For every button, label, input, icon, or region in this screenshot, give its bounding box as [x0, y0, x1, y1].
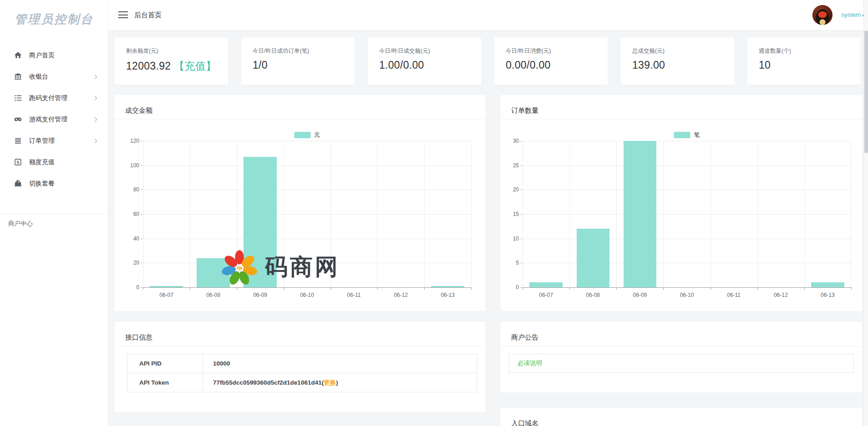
chart-legend[interactable]: 元 — [294, 131, 320, 139]
stat-label: 今日/昨日成交额(元) — [379, 47, 481, 55]
sidebar-item-label: 商户首页 — [29, 51, 55, 60]
sidebar: 管理员控制台 商户首页收银台跑码支付管理游戏支付管理订单管理$额度充值切换套餐 … — [0, 0, 108, 426]
x-tick-mark — [377, 287, 378, 290]
stat-value: 12003.92 【充值】 — [126, 59, 228, 73]
x-tick-label: 06-09 — [633, 292, 647, 298]
x-tick-label: 06-12 — [774, 292, 788, 298]
x-tick-mark — [616, 287, 617, 290]
chart-title: 成交金额 — [125, 106, 152, 115]
x-tick-mark — [284, 287, 284, 290]
gridline — [757, 141, 758, 287]
x-tick-mark — [757, 287, 758, 290]
x-tick-label: 06-10 — [300, 292, 314, 298]
lines-icon — [14, 137, 22, 145]
y-tick-label: 80 — [124, 186, 139, 193]
x-tick-label: 06-10 — [680, 292, 694, 298]
y-tick-label: 60 — [124, 211, 139, 217]
chart-legend[interactable]: 笔 — [674, 131, 700, 139]
sidebar-item-label: 跑码支付管理 — [29, 94, 67, 102]
gridline — [523, 190, 851, 190]
sidebar-item-0[interactable]: 商户首页 — [0, 45, 108, 66]
gamepad-icon — [14, 115, 22, 124]
gridline — [523, 239, 851, 239]
y-tick-label: 20 — [503, 186, 519, 193]
api-value-text: 77fb55dcc0599360d5cf2d1de1061d41 — [213, 379, 322, 386]
sidebar-item-6[interactable]: 切换套餐 — [0, 173, 108, 194]
api-value-text: 10000 — [213, 360, 230, 367]
gridline — [424, 141, 425, 287]
stat-value: 0.00/0.00 — [506, 59, 608, 71]
vertical-scrollbar[interactable] — [863, 0, 868, 426]
bar-06-13[interactable] — [431, 286, 464, 287]
bar-06-07[interactable] — [529, 282, 562, 287]
x-tick-label: 06-08 — [586, 292, 600, 298]
gridline — [330, 141, 331, 287]
panel-divider — [115, 119, 485, 120]
sidebar-item-1[interactable]: 收银台 — [0, 66, 108, 87]
bar-06-08[interactable] — [577, 229, 609, 287]
bar-06-08[interactable] — [197, 258, 229, 287]
y-tick-label: 40 — [124, 236, 139, 242]
recharge-link[interactable]: 【充值】 — [171, 60, 216, 72]
sidebar-section-merchant-center: 商户中心 — [8, 220, 33, 228]
gridline — [851, 141, 852, 287]
x-tick-mark — [804, 287, 805, 290]
x-tick-mark — [143, 287, 143, 290]
gridline — [143, 287, 471, 288]
sidebar-item-2[interactable]: 跑码支付管理 — [0, 87, 108, 109]
x-tick-mark — [330, 287, 331, 290]
bar-06-09[interactable] — [624, 141, 656, 287]
stat-card-5: 通道数量(个)10 — [747, 38, 861, 85]
api-row-label: API PID — [127, 354, 203, 373]
sidebar-item-4[interactable]: 订单管理 — [0, 130, 108, 151]
stat-card-1: 今日/昨日成功订单(笔)1/0 — [241, 38, 355, 85]
bank-icon — [14, 73, 22, 81]
x-tick-mark — [851, 287, 852, 290]
stat-card-4: 总成交额(元)139.00 — [621, 38, 734, 85]
avatar[interactable] — [812, 5, 832, 25]
stat-label: 总成交额(元) — [632, 47, 734, 55]
stat-value: 139.00 — [632, 59, 734, 71]
gridline — [523, 165, 851, 166]
notice-link[interactable]: 必读说明 — [518, 359, 542, 367]
sidebar-item-label: 额度充值 — [29, 158, 55, 166]
bar-06-09[interactable] — [244, 157, 276, 287]
api-info-card: 接口信息 API PID10000API Token77fb55dcc05993… — [115, 322, 485, 412]
bar-06-13[interactable] — [811, 282, 844, 287]
api-table-row: API Token77fb55dcc0599360d5cf2d1de1061d4… — [127, 373, 477, 392]
money-icon: $ — [14, 158, 22, 166]
legend-swatch — [294, 132, 310, 138]
panel-divider — [501, 346, 862, 346]
y-tick-label: 5 — [503, 260, 519, 266]
x-tick-label: 06-07 — [539, 292, 553, 298]
x-tick-label: 06-13 — [821, 292, 835, 298]
sidebar-item-3[interactable]: 游戏支付管理 — [0, 109, 108, 130]
hamburger-menu-icon[interactable] — [118, 11, 128, 19]
bar-06-07[interactable] — [150, 286, 183, 287]
y-tick-label: 0 — [124, 284, 139, 291]
chevron-right-icon — [93, 96, 97, 100]
username: system — [841, 11, 861, 18]
sidebar-item-5[interactable]: $额度充值 — [0, 151, 108, 173]
gridline — [143, 214, 471, 215]
gridline — [663, 141, 664, 287]
api-token-change-link[interactable]: 更换 — [324, 379, 336, 387]
x-tick-mark — [523, 287, 523, 290]
stat-card-3: 今日/昨日消费(元)0.00/0.00 — [494, 38, 608, 85]
y-tick-label: 30 — [503, 138, 519, 144]
gridline — [143, 190, 471, 190]
legend-label: 笔 — [694, 131, 700, 139]
y-tick-label: 0 — [503, 284, 519, 291]
sidebar-divider — [0, 214, 108, 214]
sidebar-item-label: 收银台 — [29, 73, 48, 81]
gridline — [143, 141, 471, 141]
panel-divider — [501, 119, 862, 120]
gridline — [471, 141, 472, 287]
scrollbar-thumb[interactable] — [864, 30, 868, 153]
gridline — [143, 239, 471, 239]
gridline — [237, 141, 237, 287]
y-tick-label: 100 — [124, 162, 139, 169]
sidebar-item-label: 游戏支付管理 — [29, 115, 67, 124]
x-tick-label: 06-13 — [441, 292, 455, 298]
user-dropdown[interactable]: system▾ — [841, 11, 864, 18]
